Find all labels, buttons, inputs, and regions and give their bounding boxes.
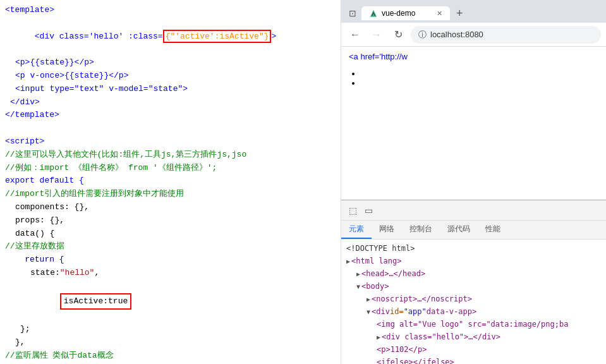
dom-line-doctype: <!DOCTYPE html> <box>341 242 606 255</box>
code-line-14: components: {}, <box>0 201 341 214</box>
devtools-toolbar: ⬚ ▭ <box>341 200 606 221</box>
info-icon: ⓘ <box>418 29 427 40</box>
dom-line-body: ▼ <body> <box>341 280 606 293</box>
code-line-16: data() { <box>0 228 341 241</box>
dom-arrow-hello[interactable]: ▶ <box>377 332 380 342</box>
link-text[interactable]: <a href='http://w <box>349 52 408 61</box>
inspect-element-button[interactable]: ⬚ <box>346 203 360 218</box>
code-text: //这里存放数据 <box>5 240 336 253</box>
code-line-22: }, <box>0 336 341 349</box>
code-text: <p v-once>{{state}}</p> <box>5 70 336 83</box>
bullet-item-2 <box>361 78 598 88</box>
code-line-13: //import引入的组件需要注册到对象中才能使用 <box>0 188 341 201</box>
dom-arrow-body[interactable]: ▼ <box>356 282 360 291</box>
dom-line-html: ▶ <html lang> <box>341 255 606 267</box>
code-line-21: }; <box>0 323 341 336</box>
sidebar-toggle-button[interactable]: ⊡ <box>346 7 359 20</box>
devtools-tab-sources[interactable]: 源代码 <box>440 221 478 239</box>
address-display[interactable]: localhost:8080 <box>430 30 483 39</box>
dom-body-tag: <body> <box>361 281 389 292</box>
devtools-tabs-bar: 元素 网络 控制台 源代码 性能 <box>341 221 606 240</box>
dom-noscript-tag: <noscript>…</noscript> <box>372 293 472 305</box>
dom-id-attr: id= <box>390 306 404 317</box>
dom-arrow-html[interactable]: ▶ <box>346 257 350 266</box>
code-text: return { <box>5 253 336 267</box>
back-button[interactable]: ← <box>346 26 364 44</box>
code-line-5: <input type="text" v-model="state"> <box>0 83 341 96</box>
code-text: <script> <box>5 135 336 149</box>
code-text: props: {}, <box>5 214 336 228</box>
code-text: <div class='hello' :class={"'active':isA… <box>5 17 336 56</box>
bullet-item-1 <box>361 69 598 78</box>
code-line-12: export default { <box>0 174 341 188</box>
devtools-tab-performance[interactable]: 性能 <box>478 221 508 239</box>
code-line-11: //例如：import 《组件名称》 from '《组件路径》'; <box>0 162 341 175</box>
dom-app-tag: <div <box>372 306 390 317</box>
dom-data-attr: data-v-app> <box>427 306 476 317</box>
tab-title: vue-demo <box>382 9 415 18</box>
code-line-18: return { <box>0 253 341 267</box>
vue-logo-icon <box>369 9 378 18</box>
forward-button[interactable]: → <box>368 26 385 44</box>
devtools-tab-network[interactable]: 网络 <box>372 221 402 239</box>
code-text: <template> <box>5 4 336 17</box>
code-text: //监听属性 类似于data概念 <box>5 349 336 363</box>
code-line-17: //这里存放数据 <box>0 240 341 253</box>
code-line-9: <script> <box>0 135 341 149</box>
dom-p1102-tag: <p>1102</p> <box>377 344 427 355</box>
dom-html-tag: <html lang> <box>351 255 401 267</box>
code-line-20: isActive:true <box>0 280 341 323</box>
browser-tabs-bar: ⊡ vue-demo ✕ + <box>341 0 606 23</box>
code-text: }; <box>5 323 336 336</box>
code-text: state:"hello", <box>5 267 336 280</box>
dom-head-tag: <head>…</head> <box>361 268 425 279</box>
refresh-button[interactable]: ↻ <box>389 26 407 44</box>
dom-tree: <!DOCTYPE html> ▶ <html lang> ▶ <head>…<… <box>341 240 606 364</box>
page-link: <a href='http://w <box>349 52 598 61</box>
code-line-6: </div> <box>0 96 341 109</box>
code-line-3: <p>{{state}}</p> <box>0 56 341 70</box>
new-tab-button[interactable]: + <box>452 6 467 21</box>
dom-arrow-noscript[interactable]: ▶ <box>367 294 370 304</box>
dom-doctype: <!DOCTYPE html> <box>346 243 415 254</box>
device-toggle-button[interactable]: ▭ <box>362 203 375 218</box>
dom-line-img: <img alt="Vue logo" src="data:image/png;… <box>341 318 606 331</box>
dom-line-ifelse: <ifelse></ifelse> <box>341 356 606 364</box>
code-text: export default { <box>5 174 336 188</box>
code-line-23: //监听属性 类似于data概念 <box>0 349 341 363</box>
code-line-15: props: {}, <box>0 214 341 228</box>
code-line-19: state:"hello", <box>0 267 341 280</box>
dom-hello-tag: <div class="hello">…</div> <box>382 331 500 343</box>
dom-id-val: "app" <box>404 306 427 317</box>
code-text: data() { <box>5 228 336 241</box>
dom-line-noscript: ▶ <noscript>…</noscript> <box>341 293 606 305</box>
dom-line-head: ▶ <head>…</head> <box>341 267 606 280</box>
code-line-7: </template> <box>0 109 341 122</box>
code-text: }, <box>5 336 336 349</box>
code-text: //import引入的组件需要注册到对象中才能使用 <box>5 188 336 201</box>
devtools-tab-console[interactable]: 控制台 <box>402 221 440 239</box>
browser-address-bar: ← → ↻ ⓘ localhost:8080 <box>341 23 606 47</box>
dom-img-tag: <img alt="Vue logo" src="data:image/png;… <box>377 318 568 330</box>
code-text: <p>{{state}}</p> <box>5 56 336 70</box>
dom-line-p1102: <p>1102</p> <box>341 343 606 356</box>
code-text: <input type="text" v-model="state"> <box>5 83 336 96</box>
tab-close-button[interactable]: ✕ <box>437 9 442 18</box>
dom-ifelse-tag: <ifelse></ifelse> <box>377 356 454 364</box>
devtools-tab-elements[interactable]: 元素 <box>341 221 372 239</box>
code-text: components: {}, <box>5 201 336 214</box>
dom-line-hello-div: ▶ <div class="hello">…</div> <box>341 331 606 343</box>
code-line-blank <box>0 122 341 135</box>
code-line-4: <p v-once>{{state}}</p> <box>0 70 341 83</box>
dom-line-app: ▼ <div id="app" data-v-app> <box>341 305 606 318</box>
code-line-10: //这里可以导入其他文件(比如:组件,工具js,第三方插件js,jso <box>0 149 341 162</box>
dom-arrow-head[interactable]: ▶ <box>356 269 360 279</box>
bullet-list <box>361 69 598 88</box>
code-editor: <template> <div class='hello' :class={"'… <box>0 0 341 364</box>
code-text: </template> <box>5 109 336 122</box>
dom-arrow-app[interactable]: ▼ <box>367 307 370 317</box>
browser-panel: ⊡ vue-demo ✕ + ← → ↻ ⓘ localhost:8080 <a… <box>341 0 606 364</box>
code-text: </div> <box>5 96 336 109</box>
browser-tab-active[interactable]: vue-demo ✕ <box>361 6 450 20</box>
devtools-panel: ⬚ ▭ 元素 网络 控制台 源代码 性能 <!DOCTYPE html> ▶ <… <box>341 200 606 364</box>
